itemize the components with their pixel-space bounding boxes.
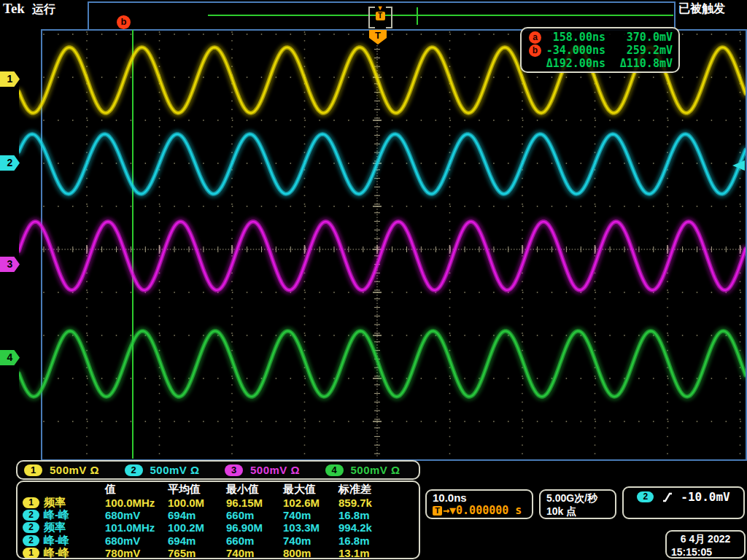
sample-rate: 5.00G次/秒 bbox=[546, 491, 615, 505]
measurement-channel-badge: 1 bbox=[23, 548, 39, 559]
channel-4-badge: 4 bbox=[325, 464, 344, 476]
measurement-value: 103.3M bbox=[283, 521, 338, 534]
measurement-value: 96.15M bbox=[226, 497, 283, 509]
measurement-value: 740m bbox=[283, 534, 338, 547]
measurement-value: 800m bbox=[283, 547, 338, 559]
cursor-b-voltage: 259.2mV bbox=[605, 44, 673, 57]
channel-2-badge: 2 bbox=[125, 464, 143, 476]
trigger-settings-box[interactable]: 2 -10.0mV bbox=[622, 486, 745, 519]
measurement-value: 859.7k bbox=[338, 497, 404, 509]
trigger-level: -10.0mV bbox=[681, 490, 729, 504]
measurement-value: 660m bbox=[226, 509, 283, 521]
cursor-b-badge: b bbox=[529, 44, 541, 57]
measurement-value: 16.8m bbox=[338, 509, 404, 521]
measurement-header: 最大值 bbox=[283, 483, 338, 497]
channel-4-scale: 500mV Ω bbox=[351, 464, 400, 476]
datetime-box: 6 4月 2022 15:15:05 bbox=[665, 530, 746, 559]
measurement-value: 100.0M bbox=[168, 497, 226, 509]
waveform-ch3 bbox=[19, 222, 746, 290]
measurement-channel-badge: 2 bbox=[23, 535, 39, 546]
measurement-row: 2峰-峰680mV694m660m740m16.8m bbox=[18, 534, 419, 547]
measurement-name: 峰-峰 bbox=[44, 534, 69, 548]
trigger-source-badge: 2 bbox=[637, 491, 654, 502]
measurement-row: 2频率101.0MHz100.2M96.90M103.3M994.2k bbox=[18, 521, 419, 534]
measurement-header-row: 值平均值最小值最大值标准差 bbox=[18, 483, 419, 496]
measurement-name: 峰-峰 bbox=[44, 546, 69, 559]
measurement-header: 最小值 bbox=[226, 483, 283, 497]
measurement-table: 值平均值最小值最大值标准差1频率100.0MHz100.0M96.15M102.… bbox=[16, 481, 420, 559]
measurement-row: 1峰-峰780mV765m740m800m13.1m bbox=[18, 547, 419, 559]
channel-1-scale: 500mV Ω bbox=[50, 464, 99, 476]
cursor-delta-voltage: Δ110.8mV bbox=[605, 57, 673, 70]
measurement-name: 频率 bbox=[44, 496, 66, 510]
measurement-value: 660m bbox=[226, 534, 283, 547]
measurement-value: 96.90M bbox=[226, 521, 283, 534]
measurement-name: 频率 bbox=[44, 521, 66, 534]
horizontal-scale: 10.0ns bbox=[433, 491, 532, 504]
cursor-a-badge: a bbox=[529, 31, 541, 44]
acquisition-box[interactable]: 5.00G次/秒 10k 点 bbox=[539, 489, 616, 519]
time-label: 15:15:05 bbox=[671, 545, 740, 559]
record-length: 10k 点 bbox=[546, 505, 615, 518]
measurement-value: 694m bbox=[168, 509, 226, 521]
cursor-b-time: -34.000ns bbox=[544, 44, 605, 57]
measurement-name: 峰-峰 bbox=[44, 508, 69, 522]
measurement-value: 101.0MHz bbox=[105, 521, 168, 534]
measurement-channel-badge: 2 bbox=[23, 522, 39, 533]
channel-3-badge: 3 bbox=[225, 464, 243, 476]
channel-3-scale: 500mV Ω bbox=[250, 464, 300, 476]
measurement-value: 994.2k bbox=[338, 521, 404, 534]
waveform-ch4 bbox=[19, 331, 746, 397]
channel-1-settings[interactable]: 1500mV Ω bbox=[18, 464, 118, 476]
horizontal-scale-box[interactable]: 10.0ns T→▼0.000000 s bbox=[425, 489, 533, 519]
measurement-channel-badge: 1 bbox=[23, 497, 39, 508]
cursor-b-flag[interactable]: b bbox=[117, 15, 131, 29]
cursor-b-row: b -34.000ns 259.2mV bbox=[529, 44, 673, 57]
horizontal-position: 0.000000 s bbox=[456, 504, 522, 517]
cursor-a-time: 158.00ns bbox=[544, 31, 605, 44]
measurement-header: 值 bbox=[105, 483, 168, 497]
measurement-value: 100.2M bbox=[168, 521, 226, 534]
measurement-row: 1频率100.0MHz100.0M96.15M102.6M859.7k bbox=[18, 496, 419, 508]
measurement-value: 680mV bbox=[105, 534, 168, 547]
channel-2-settings[interactable]: 2500mV Ω bbox=[118, 464, 219, 476]
measurement-value: 13.1m bbox=[338, 547, 404, 559]
measurement-value: 694m bbox=[168, 534, 226, 547]
cursor-a-row: a 158.00ns 370.0mV bbox=[529, 31, 673, 44]
measurement-value: 740m bbox=[283, 509, 338, 521]
trigger-t-icon: T bbox=[433, 506, 442, 516]
channel-2-scale: 500mV Ω bbox=[150, 464, 200, 476]
measurement-row: 2峰-峰680mV694m660m740m16.8m bbox=[18, 509, 419, 521]
rising-edge-icon bbox=[662, 491, 673, 503]
channel-settings-strip: 1500mV Ω2500mV Ω3500mV Ω4500mV Ω bbox=[16, 460, 420, 480]
measurement-value: 740m bbox=[226, 547, 283, 559]
measurement-value: 100.0MHz bbox=[105, 497, 168, 509]
oscilloscope-screen: Tek 运行 已被触发 ▼T T b 1234 a 158.00ns 370.0… bbox=[0, 0, 747, 560]
cursor-delta-time: Δ192.00ns bbox=[544, 57, 605, 70]
channel-3-settings[interactable]: 3500mV Ω bbox=[218, 464, 319, 476]
measurement-channel-badge: 2 bbox=[23, 510, 39, 521]
channel-1-badge: 1 bbox=[24, 464, 42, 476]
channel-4-settings[interactable]: 4500mV Ω bbox=[319, 464, 419, 476]
measurement-value: 780mV bbox=[105, 547, 168, 559]
date-label: 6 4月 2022 bbox=[671, 532, 740, 545]
measurement-value: 102.6M bbox=[283, 497, 338, 509]
cursor-delta-row: Δ192.00ns Δ110.8mV bbox=[529, 57, 673, 70]
measurement-value: 16.8m bbox=[338, 534, 404, 547]
cursor-a-voltage: 370.0mV bbox=[605, 31, 673, 44]
measurement-header: 标准差 bbox=[338, 483, 404, 497]
horizontal-position-prefix: →▼ bbox=[443, 504, 456, 517]
measurement-header: 平均值 bbox=[168, 483, 226, 497]
measurement-value: 680mV bbox=[105, 509, 168, 521]
measurement-value: 765m bbox=[168, 547, 226, 559]
waveform-ch2 bbox=[19, 134, 746, 194]
cursor-readout-box: a 158.00ns 370.0mV b -34.000ns 259.2mV Δ… bbox=[520, 27, 680, 73]
